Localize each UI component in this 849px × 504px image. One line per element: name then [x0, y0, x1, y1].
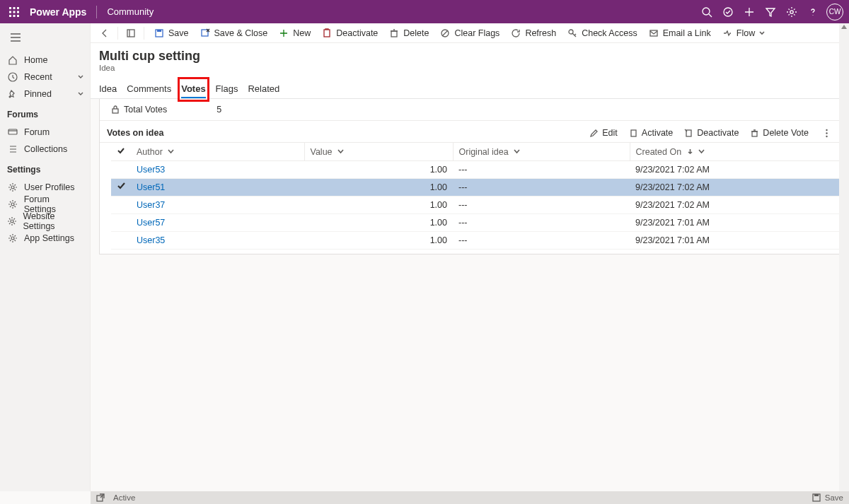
svg-rect-1 — [13, 7, 16, 9]
target-icon[interactable] — [717, 1, 739, 23]
cmd-save-close-label: Save & Close — [214, 28, 268, 38]
nav-forum-settings[interactable]: Forum Settings — [0, 196, 90, 213]
tab-votes[interactable]: Votes — [181, 81, 205, 98]
back-button[interactable] — [96, 25, 113, 42]
search-icon[interactable] — [696, 1, 717, 23]
status-save-label[interactable]: Save — [825, 493, 843, 502]
home-icon — [7, 54, 18, 66]
more-actions-icon[interactable] — [820, 129, 833, 138]
nav-user-profiles-label: User Profiles — [24, 182, 75, 192]
svg-rect-7 — [13, 15, 16, 17]
author-link[interactable]: User53 — [137, 165, 165, 175]
tab-flags[interactable]: Flags — [216, 81, 238, 98]
original-idea-cell: --- — [453, 232, 630, 250]
brand-label: Power Apps — [30, 6, 86, 18]
trash-icon — [389, 28, 399, 38]
cmd-email-link[interactable]: Email a Link — [643, 25, 717, 42]
cmd-refresh[interactable]: Refresh — [505, 25, 562, 42]
trash-icon — [750, 129, 759, 138]
nav-website-settings-label: Website Settings — [23, 211, 83, 231]
table-row[interactable]: User531.00---9/23/2021 7:02 AM — [111, 161, 840, 179]
col-created-on-header[interactable]: Created On — [630, 143, 840, 161]
table-row[interactable]: User351.00---9/23/2021 7:01 AM — [111, 232, 840, 250]
filter-icon[interactable] — [760, 1, 781, 23]
row-checkbox[interactable] — [111, 179, 131, 197]
app-launcher-icon[interactable] — [6, 4, 23, 20]
table-row[interactable]: User511.00---9/23/2021 7:02 AM — [111, 179, 840, 197]
tab-related[interactable]: Related — [248, 81, 279, 98]
section-header-row: Votes on idea Edit Activate Deactivat — [100, 121, 840, 143]
page-subtitle: Idea — [99, 64, 841, 72]
vertical-scrollbar[interactable] — [839, 23, 849, 491]
author-link[interactable]: User35 — [137, 235, 165, 245]
nav-collections[interactable]: Collections — [0, 141, 90, 158]
col-original-idea-label: Original idea — [459, 147, 509, 157]
original-idea-cell: --- — [453, 214, 630, 232]
clock-icon — [7, 71, 18, 83]
section-title: Votes on idea — [107, 128, 163, 138]
col-value-header[interactable]: Value — [304, 143, 453, 161]
action-activate[interactable]: Activate — [629, 128, 673, 138]
tab-comments[interactable]: Comments — [127, 81, 171, 98]
value-cell: 1.00 — [304, 179, 453, 197]
nav-forum[interactable]: Forum — [0, 124, 90, 141]
nav-recent-label: Recent — [24, 72, 52, 82]
nav-website-settings[interactable]: Website Settings — [0, 213, 90, 230]
svg-rect-28 — [631, 130, 636, 136]
nav-forum-label: Forum — [24, 127, 50, 137]
table-row[interactable]: User371.00---9/23/2021 7:02 AM — [111, 197, 840, 214]
created-on-cell: 9/23/2021 7:02 AM — [630, 179, 840, 197]
col-original-idea-header[interactable]: Original idea — [453, 143, 630, 161]
cmd-save-close[interactable]: Save & Close — [195, 25, 274, 42]
row-checkbox[interactable] — [111, 232, 131, 250]
author-link[interactable]: User51 — [137, 182, 165, 192]
user-avatar[interactable]: CW — [826, 4, 843, 20]
svg-rect-18 — [127, 30, 134, 37]
action-deactivate[interactable]: Deactivate — [684, 128, 739, 138]
nav-pinned[interactable]: Pinned — [0, 86, 90, 102]
scroll-up-icon[interactable] — [839, 23, 849, 30]
cmd-flow[interactable]: Flow — [717, 25, 770, 42]
cmd-deactivate[interactable]: Deactivate — [316, 25, 383, 42]
action-edit[interactable]: Edit — [589, 128, 618, 138]
content: Save Save & Close New Deactivate Delete … — [91, 23, 849, 491]
action-delete-vote[interactable]: Delete Vote — [750, 128, 809, 138]
refresh-icon — [511, 28, 521, 38]
help-icon[interactable] — [802, 1, 824, 23]
row-checkbox[interactable] — [111, 214, 131, 232]
author-link[interactable]: User57 — [137, 218, 165, 228]
forum-icon — [7, 127, 18, 138]
panel-icon[interactable] — [122, 25, 139, 42]
votes-table: Author Value Original idea — [111, 143, 840, 250]
cmd-save[interactable]: Save — [149, 25, 195, 42]
svg-rect-5 — [17, 11, 19, 13]
summary-row: Total Votes 5 — [100, 99, 840, 121]
cmd-new-label: New — [293, 28, 311, 38]
svg-rect-23 — [391, 31, 397, 37]
row-checkbox[interactable] — [111, 197, 131, 214]
svg-rect-36 — [814, 494, 819, 496]
tab-idea[interactable]: Idea — [99, 81, 117, 98]
cmd-clear-flags[interactable]: Clear Flags — [434, 25, 505, 42]
nav-app-settings[interactable]: App Settings — [0, 230, 90, 247]
cmd-check-access[interactable]: Check Access — [562, 25, 643, 42]
sort-down-icon — [687, 147, 693, 157]
hamburger-icon[interactable] — [7, 29, 24, 46]
value-cell: 1.00 — [304, 214, 453, 232]
row-checkbox[interactable] — [111, 161, 131, 179]
nav-user-profiles[interactable]: User Profiles — [0, 179, 90, 196]
value-cell: 1.00 — [304, 197, 453, 214]
nav-recent[interactable]: Recent — [0, 69, 90, 86]
col-select-all[interactable] — [111, 143, 131, 161]
nav-home[interactable]: Home — [0, 52, 90, 69]
table-row[interactable]: User571.00---9/23/2021 7:01 AM — [111, 214, 840, 232]
cmd-delete[interactable]: Delete — [383, 25, 434, 42]
add-icon[interactable] — [739, 1, 760, 23]
popout-icon[interactable] — [96, 493, 106, 503]
author-link[interactable]: User37 — [137, 200, 165, 210]
settings-icon[interactable] — [781, 1, 802, 23]
cmd-new[interactable]: New — [273, 25, 316, 42]
plus-icon — [279, 28, 289, 38]
col-author-header[interactable]: Author — [131, 143, 304, 161]
context-label: Community — [107, 6, 154, 17]
